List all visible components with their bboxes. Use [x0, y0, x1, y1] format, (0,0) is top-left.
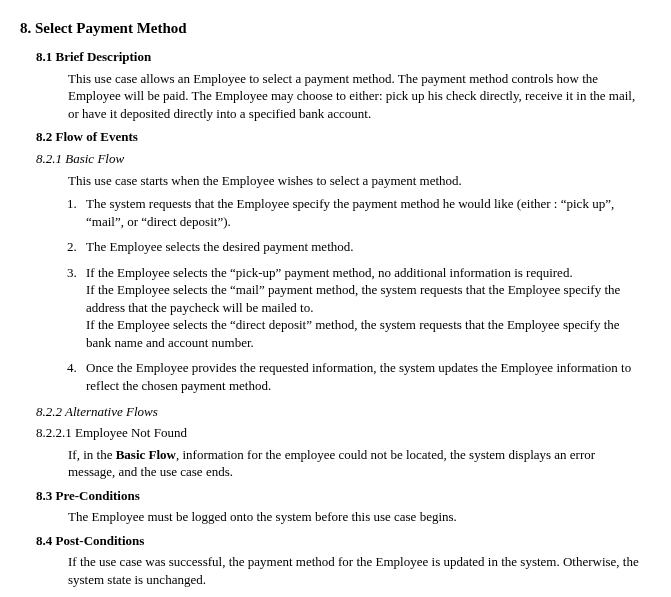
list-item: Once the Employee provides the requested…: [80, 359, 641, 394]
brief-description-body: This use case allows an Employee to sele…: [68, 70, 641, 123]
alt-flow-1-body: If, in the Basic Flow, information for t…: [68, 446, 641, 481]
post-conditions-body: If the use case was successful, the paym…: [68, 553, 641, 588]
subsection-heading-pre: 8.3 Pre-Conditions: [36, 487, 651, 505]
alt-flow-1-bold: Basic Flow: [116, 447, 176, 462]
section-title: 8. Select Payment Method: [20, 18, 651, 38]
alt-flows-heading: 8.2.2 Alternative Flows: [36, 403, 651, 421]
subsection-heading-brief: 8.1 Brief Description: [36, 48, 651, 66]
list-item: If the Employee selects the “pick-up” pa…: [80, 264, 641, 352]
alt-flow-1-heading: 8.2.2.1 Employee Not Found: [36, 424, 651, 442]
pre-conditions-body: The Employee must be logged onto the sys…: [68, 508, 641, 526]
section-number: 8.: [20, 20, 31, 36]
section-title-text: Select Payment Method: [35, 20, 187, 36]
subsection-heading-post: 8.4 Post-Conditions: [36, 532, 651, 550]
list-item: The Employee selects the desired payment…: [80, 238, 641, 256]
basic-flow-heading: 8.2.1 Basic Flow: [36, 150, 651, 168]
basic-flow-intro: This use case starts when the Employee w…: [68, 172, 641, 190]
alt-flow-1-prefix: If, in the: [68, 447, 116, 462]
list-item: The system requests that the Employee sp…: [80, 195, 641, 230]
subsection-heading-flow: 8.2 Flow of Events: [36, 128, 651, 146]
basic-flow-steps: The system requests that the Employee sp…: [50, 195, 641, 394]
